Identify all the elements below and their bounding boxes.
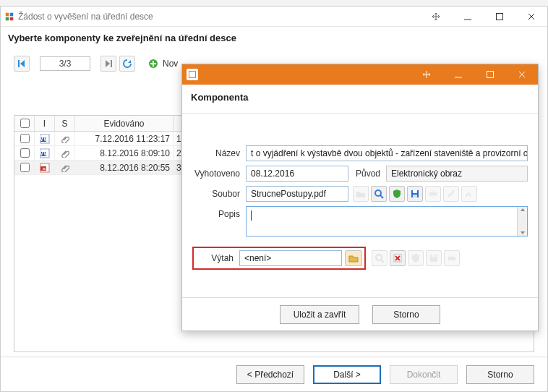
parent-title: Žádost o vyvěšení na úřední desce (18, 12, 153, 22)
drag-icon (420, 7, 452, 27)
vytah-search-button (372, 250, 388, 266)
cell-evidovano: 8.12.2016 8:09:10 (75, 146, 174, 160)
soubor-search-button[interactable] (371, 186, 387, 202)
vytah-highlight: Výtah <není> (192, 247, 366, 270)
vytah-shield-button (408, 250, 424, 266)
attachment-icon (55, 161, 75, 174)
popis-field[interactable] (246, 206, 528, 237)
svg-rect-37 (450, 255, 454, 257)
wizard-bar: < Předchozí Další > Dokončit Storno (1, 357, 547, 391)
dialog-heading: Komponenta (182, 85, 538, 114)
select-all-checkbox[interactable] (20, 119, 30, 128)
nav-last-button[interactable] (100, 56, 116, 72)
minimize-button[interactable] (452, 7, 484, 27)
svg-point-21 (375, 190, 381, 196)
attachment-icon (55, 132, 75, 145)
svg-rect-35 (432, 255, 436, 257)
vytah-delete-button[interactable] (390, 250, 406, 266)
puvod-field: Elektronický obraz (386, 166, 528, 182)
pdf-doc-icon (40, 163, 50, 173)
vytah-print-button (444, 250, 460, 266)
dialog-close-button[interactable] (506, 64, 538, 85)
label-puvod: Původ (348, 169, 386, 179)
svg-rect-5 (497, 13, 503, 20)
soubor-save-button[interactable] (407, 186, 423, 202)
svg-text:W: W (40, 148, 48, 158)
grid-header-i[interactable]: I (35, 116, 55, 131)
row-checkbox[interactable] (20, 163, 30, 172)
nav-first-button[interactable] (14, 56, 30, 72)
soubor-browse-button[interactable] (353, 186, 369, 202)
close-button[interactable] (515, 7, 547, 27)
svg-rect-18 (487, 72, 494, 78)
cell-evidovano: 8.12.2016 8:20:55 (75, 161, 174, 174)
word-doc-icon: W (40, 134, 50, 144)
vytah-browse-button[interactable] (345, 250, 362, 266)
popis-scrollbar[interactable] (517, 207, 527, 236)
nazev-field[interactable]: t o vyjádření k výstavbě dvou objektů - … (246, 145, 528, 161)
attachment-icon (55, 146, 75, 160)
soubor-edit-button (443, 186, 459, 202)
svg-point-29 (376, 255, 382, 260)
row-checkbox[interactable] (20, 148, 30, 158)
wizard-next-button[interactable]: Další > (313, 365, 381, 384)
row-checkbox[interactable] (20, 134, 30, 143)
cell-evidovano: 7.12.2016 11:23:17 (75, 132, 174, 145)
soubor-sign-button (461, 186, 477, 202)
wizard-cancel-button[interactable]: Storno (466, 365, 534, 384)
page-counter[interactable]: 3/3 (40, 56, 90, 71)
svg-rect-38 (450, 260, 454, 262)
svg-rect-0 (6, 12, 9, 16)
vytah-save-button (426, 250, 442, 266)
svg-line-30 (381, 260, 384, 263)
label-soubor: Soubor (192, 189, 246, 199)
new-button[interactable]: Nov (163, 59, 178, 69)
plus-icon (148, 59, 158, 69)
svg-rect-3 (10, 17, 14, 20)
label-vytah: Výtah (196, 253, 239, 263)
word-doc-icon: W (40, 148, 50, 158)
label-vyhotoveno: Vyhotoveno (192, 169, 246, 179)
wizard-back-button[interactable]: < Předchozí (236, 365, 304, 384)
svg-rect-24 (413, 190, 417, 193)
dialog-minimize-button[interactable] (442, 64, 474, 85)
svg-rect-27 (431, 190, 435, 192)
vytah-field[interactable]: <není> (239, 250, 342, 266)
dialog-app-icon (187, 69, 198, 80)
grid-header-checkbox[interactable] (14, 116, 35, 131)
dialog-titlebar[interactable] (182, 64, 538, 85)
refresh-button[interactable] (119, 56, 135, 72)
parent-titlebar: Žádost o vyvěšení na úřední desce (1, 7, 547, 27)
svg-rect-28 (431, 195, 435, 197)
svg-rect-1 (10, 12, 14, 16)
dialog-cancel-button[interactable]: Storno (372, 305, 440, 324)
dialog-save-button[interactable]: Uložit a zavřít (280, 305, 359, 324)
app-icon (5, 12, 14, 21)
komponenta-dialog: Komponenta Název t o vyjádření k výstavb… (181, 64, 539, 331)
soubor-print-button (425, 186, 441, 202)
soubor-shield-button[interactable] (389, 186, 405, 202)
dialog-footer: Uložit a zavřít Storno (182, 297, 538, 331)
label-popis: Popis (192, 206, 246, 219)
svg-text:W: W (40, 134, 48, 143)
svg-line-22 (380, 195, 383, 198)
soubor-field[interactable]: StrucnePostupy.pdf (246, 186, 348, 202)
dialog-drag-icon (411, 64, 442, 85)
dialog-form: Název t o vyjádření k výstavbě dvou obje… (182, 122, 538, 296)
vyhotoveno-field[interactable]: 08.12.2016 (246, 166, 348, 182)
maximize-button[interactable] (484, 7, 515, 27)
label-nazev: Název (192, 148, 246, 158)
wizard-finish-button: Dokončit (390, 365, 458, 384)
svg-rect-2 (6, 17, 9, 20)
parent-heading: Vyberte komponenty ke zveřejnění na úřed… (1, 27, 547, 52)
grid-header-evidovano[interactable]: Evidováno (75, 116, 174, 131)
grid-header-s[interactable]: S (55, 116, 75, 131)
svg-rect-25 (413, 195, 417, 197)
dialog-maximize-button[interactable] (474, 64, 506, 85)
